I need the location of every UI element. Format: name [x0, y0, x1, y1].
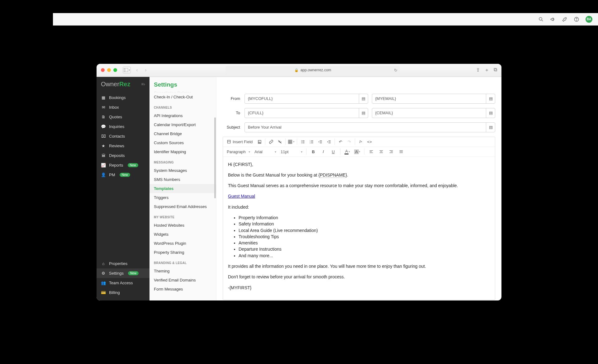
settings-item-triggers[interactable]: Triggers	[150, 193, 216, 202]
svg-rect-40	[391, 151, 393, 152]
field-picker-icon[interactable]: ▤	[486, 94, 495, 104]
bold-icon[interactable]: B	[309, 147, 318, 156]
menu-toggle-icon[interactable]: ≡›	[141, 82, 145, 87]
nav-item-pm[interactable]: 👤PMNew	[97, 170, 150, 180]
font-size-select[interactable]: 11pt	[279, 148, 304, 156]
highlight-color-icon[interactable]: A▾	[353, 147, 362, 156]
field-picker-icon[interactable]: ▤	[359, 108, 368, 118]
font-select[interactable]: Arial	[253, 148, 278, 156]
undo-icon[interactable]: ↶	[336, 137, 345, 146]
redo-icon[interactable]: ↷	[345, 137, 354, 146]
settings-item-check-in-check-out[interactable]: Check-In / Check-Out	[150, 92, 216, 102]
svg-text:3: 3	[310, 142, 311, 144]
settings-item-channel-bridge[interactable]: Channel Bridge	[150, 129, 216, 138]
nav-item-reviews[interactable]: ★Reviews	[97, 141, 150, 151]
insert-field-button[interactable]: Insert Field	[224, 137, 255, 146]
new-tab-icon[interactable]: ＋	[484, 67, 489, 73]
sidebar-toggle-icon[interactable]: ▾	[123, 67, 131, 73]
nav-item-settings[interactable]: ⚙SettingsNew	[97, 268, 150, 278]
italic-icon[interactable]: I	[319, 147, 328, 156]
nav-item-reports[interactable]: 📈ReportsNew	[97, 160, 150, 170]
tabs-icon[interactable]: ⧉	[494, 67, 497, 73]
numbered-list-icon[interactable]: 123	[307, 137, 316, 146]
svg-rect-42	[400, 150, 403, 151]
nav-item-properties[interactable]: ⌂Properties	[97, 259, 150, 268]
unlink-icon[interactable]	[275, 137, 284, 146]
outdent-icon[interactable]	[316, 137, 325, 146]
scrollbar-thumb[interactable]	[214, 117, 216, 198]
close-window-button[interactable]	[101, 68, 105, 72]
svg-rect-10	[288, 140, 292, 143]
clear-format-icon[interactable]: I×	[356, 137, 365, 146]
list-item: Safety Information	[239, 221, 490, 227]
from-name-input[interactable]	[244, 94, 368, 104]
settings-section-header: MESSAGING	[150, 156, 216, 166]
nav-item-quotes[interactable]: 🗎Quotes	[97, 112, 150, 122]
settings-item-sms-numbers[interactable]: SMS Numbers	[150, 175, 216, 184]
text-color-icon[interactable]: A▾	[343, 147, 352, 156]
align-justify-icon[interactable]	[397, 147, 406, 156]
settings-item-form-messages[interactable]: Form Messages	[150, 285, 216, 294]
settings-item-verified-email-domains[interactable]: Verified Email Domains	[150, 276, 216, 285]
insert-image-icon[interactable]	[255, 137, 264, 146]
field-picker-icon[interactable]: ▤	[486, 108, 495, 118]
paragraph-select[interactable]: Paragraph	[225, 148, 251, 156]
primary-nav: OwnerRez ≡› ▦Bookings✉Inbox🗎Quotes💬Inqui…	[97, 77, 150, 300]
editor-toolbar-1: Insert Field ▾ 123 ↶ ↷	[223, 137, 495, 147]
greeting-line: Hi {CFIRST},	[228, 161, 490, 168]
indent-icon[interactable]	[325, 137, 333, 146]
to-name-input[interactable]	[244, 108, 368, 118]
settings-item-hosted-websites[interactable]: Hosted Websites	[150, 221, 216, 230]
from-email-input[interactable]	[372, 94, 496, 104]
nav-item-contacts[interactable]: ⌧Contacts	[97, 131, 150, 141]
settings-item-identifier-mapping[interactable]: Identifier Mapping	[150, 147, 216, 156]
nav-item-bookings[interactable]: ▦Bookings	[97, 93, 150, 102]
back-button[interactable]: ‹	[133, 67, 141, 73]
refresh-icon[interactable]: ↻	[394, 68, 397, 73]
settings-item-wordpress-plugin[interactable]: WordPress Plugin	[150, 239, 216, 248]
svg-rect-20	[302, 143, 304, 143]
window-controls	[101, 68, 117, 72]
editor-body[interactable]: Hi {CFIRST}, Below is the Guest Manual f…	[223, 157, 495, 300]
settings-item-system-messages[interactable]: System Messages	[150, 166, 216, 175]
url-bar[interactable]: 🔒 app.ownerrez.com ↻	[225, 66, 400, 74]
guest-manual-link[interactable]: Guest Manual	[228, 194, 255, 199]
bullet-list-icon[interactable]	[298, 137, 307, 146]
subject-input[interactable]	[244, 122, 495, 132]
nav-item-inbox[interactable]: ✉Inbox	[97, 102, 150, 112]
align-center-icon[interactable]	[377, 147, 386, 156]
settings-item-cancellation-policies[interactable]: Cancellation Policies	[150, 91, 216, 92]
settings-item-templates[interactable]: Templates	[150, 184, 216, 193]
align-left-icon[interactable]	[367, 147, 376, 156]
settings-item-widgets[interactable]: Widgets	[150, 230, 216, 239]
settings-item-property-sharing[interactable]: Property Sharing	[150, 248, 216, 257]
align-right-icon[interactable]	[387, 147, 396, 156]
svg-rect-36	[380, 150, 383, 151]
forward-button[interactable]: ›	[142, 67, 150, 73]
field-picker-icon[interactable]: ▤	[486, 122, 495, 132]
svg-rect-28	[320, 141, 322, 142]
brand-logo[interactable]: OwnerRez ≡›	[97, 77, 150, 91]
table-icon[interactable]: ▾	[287, 137, 296, 146]
svg-rect-41	[390, 153, 393, 153]
nav-item-deposits[interactable]: 🏛Deposits	[97, 151, 150, 160]
source-code-icon[interactable]: <>	[365, 137, 374, 146]
nav-item-team-access[interactable]: 👥Team Access	[97, 278, 150, 288]
svg-rect-35	[370, 153, 373, 153]
maximize-window-button[interactable]	[113, 68, 117, 72]
underline-icon[interactable]: U	[329, 147, 338, 156]
settings-item-custom-sources[interactable]: Custom Sources	[150, 138, 216, 147]
minimize-window-button[interactable]	[107, 68, 111, 72]
to-email-input[interactable]	[372, 108, 496, 118]
share-icon[interactable]: ⇪	[476, 67, 480, 73]
svg-rect-0	[124, 68, 128, 72]
settings-item-calendar-import-export[interactable]: Calendar Import/Export	[150, 120, 216, 129]
settings-item-api-integrations[interactable]: API Integrations	[150, 111, 216, 120]
field-picker-icon[interactable]: ▤	[359, 94, 368, 104]
svg-rect-44	[400, 153, 403, 153]
settings-item-suppressed-email-addresses[interactable]: Suppressed Email Addresses	[150, 202, 216, 211]
nav-item-inquiries[interactable]: 💬Inquiries	[97, 122, 150, 131]
link-icon[interactable]	[267, 137, 275, 146]
settings-item-theming[interactable]: Theming	[150, 267, 216, 276]
nav-item-billing[interactable]: 💳Billing	[97, 288, 150, 297]
